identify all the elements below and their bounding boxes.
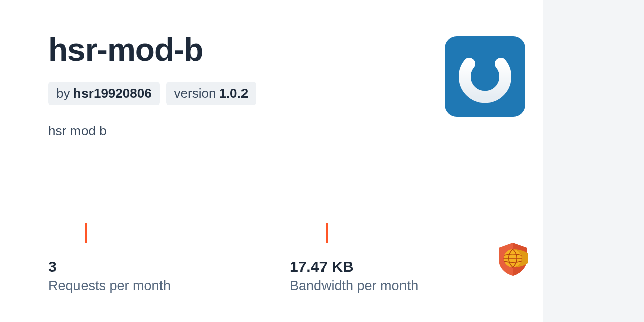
- stat-bandwidth-value: 17.47 KB: [290, 258, 531, 275]
- stat-bandwidth-label: Bandwidth per month: [290, 278, 531, 294]
- author-name: hsr19920806: [73, 86, 151, 101]
- stat-tick: [326, 223, 328, 243]
- stat-requests: 3 Requests per month: [48, 223, 290, 294]
- stat-requests-value: 3: [48, 258, 290, 275]
- gravatar-icon: [457, 49, 513, 104]
- version-badge[interactable]: version 1.0.2: [166, 82, 257, 105]
- stats-row: 3 Requests per month 17.47 KB Bandwidth …: [48, 223, 531, 294]
- jsdelivr-shield-icon: [497, 242, 528, 277]
- package-description: hsr mod b: [48, 123, 543, 139]
- version-number: 1.0.2: [219, 86, 248, 101]
- avatar: [445, 36, 525, 117]
- stat-tick: [85, 223, 87, 243]
- stat-bandwidth: 17.47 KB Bandwidth per month: [290, 223, 531, 294]
- stat-requests-label: Requests per month: [48, 278, 290, 294]
- side-strip: [543, 0, 644, 322]
- author-badge[interactable]: by hsr19920806: [48, 82, 160, 105]
- package-panel: hsr-mod-b by hsr19920806 version 1.0.2 h…: [0, 0, 543, 322]
- author-prefix: by: [56, 86, 70, 101]
- version-prefix: version: [174, 86, 216, 101]
